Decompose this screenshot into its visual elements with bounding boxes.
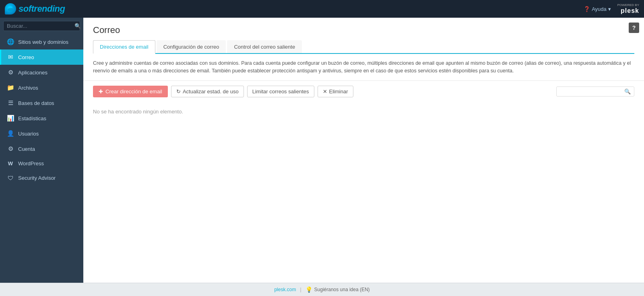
globe-icon: 🌐 [7, 38, 14, 45]
content-area: Correo ? Direcciones de email Configurac… [83, 18, 644, 283]
mail-icon: ✉ [7, 53, 14, 61]
limitar-correos-button[interactable]: Limitar correos salientes [247, 86, 314, 97]
refresh-icon: ↻ [176, 88, 181, 95]
tab-control[interactable]: Control del correo saliente [227, 40, 302, 53]
toolbar: ✚ Crear dirección de email ↻ Actualizar … [83, 81, 644, 102]
apps-icon: ⚙ [7, 69, 14, 76]
help-circle-icon: ❓ [584, 6, 590, 12]
plus-icon: ✚ [99, 88, 103, 95]
search-box: 🔍 [0, 18, 83, 34]
folder-icon: 📁 [7, 84, 14, 91]
table-search-icon: 🔍 [624, 88, 631, 95]
eliminar-button[interactable]: ✕ Eliminar [318, 86, 353, 97]
logo-text: softrending [19, 4, 65, 14]
table-search-input[interactable] [560, 88, 624, 95]
gear-icon: ⚙ [7, 145, 14, 152]
suggest-idea-link[interactable]: 💡 Sugié­ranos una idea (EN) [305, 286, 370, 293]
sidebar-item-estadisticas[interactable]: 📊 Estadísticas [0, 111, 83, 126]
sidebar-item-aplicaciones[interactable]: ⚙ Aplicaciones [0, 65, 83, 80]
search-wrap[interactable]: 🔍 [3, 21, 80, 31]
wordpress-icon: W [7, 160, 14, 166]
sidebar-item-sitios[interactable]: 🌐 Sitios web y dominios [0, 34, 83, 49]
plesk-branding: POWERED BY plesk [617, 3, 639, 15]
content-header: Correo [83, 18, 644, 35]
sidebar-item-archivos[interactable]: 📁 Archivos [0, 80, 83, 95]
logo-icon [5, 3, 16, 14]
search-icon: 🔍 [74, 23, 81, 29]
ayuda-button[interactable]: ❓ Ayuda ▾ [584, 6, 611, 12]
main-layout: 🔍 🌐 Sitios web y dominios ✉ Correo ⚙ Apl… [0, 18, 644, 283]
sidebar-item-correo[interactable]: ✉ Correo [0, 49, 83, 65]
lightbulb-icon: 💡 [305, 286, 312, 293]
tab-direcciones[interactable]: Direcciones de email [93, 40, 155, 54]
sidebar-item-security[interactable]: 🛡 Security Advisor [0, 171, 83, 185]
topbar: softrending ❓ Ayuda ▾ POWERED BY plesk [0, 0, 644, 18]
actualizar-estadisticas-button[interactable]: ↻ Actualizar estad. de uso [171, 86, 244, 97]
empty-state: No se ha encontrado ningún elemento. [83, 102, 644, 121]
crear-direccion-button[interactable]: ✚ Crear dirección de email [93, 86, 168, 97]
topbar-right: ❓ Ayuda ▾ POWERED BY plesk [584, 3, 639, 15]
logo: softrending [5, 3, 65, 14]
sidebar-item-cuenta[interactable]: ⚙ Cuenta [0, 141, 83, 156]
sidebar: 🔍 🌐 Sitios web y dominios ✉ Correo ⚙ Apl… [0, 18, 83, 283]
database-icon: ☰ [7, 99, 14, 107]
sidebar-item-bases[interactable]: ☰ Bases de datos [0, 95, 83, 111]
tabs-bar: Direcciones de email Configuración de co… [93, 40, 634, 54]
sidebar-item-wordpress[interactable]: W WordPress [0, 156, 83, 171]
page-title: Correo [93, 25, 120, 35]
sidebar-item-usuarios[interactable]: 👤 Usuarios [0, 126, 83, 141]
tab-configuracion[interactable]: Configuración de correo [157, 40, 226, 53]
table-search[interactable]: 🔍 [556, 86, 634, 97]
search-input[interactable] [7, 23, 74, 29]
page-description: Cree y administre cuentas de correo asoc… [83, 54, 644, 81]
footer: plesk.com | 💡 Sugié­ranos una idea (EN) [0, 283, 644, 296]
shield-icon: 🛡 [7, 175, 14, 181]
chevron-down-icon: ▾ [608, 6, 611, 12]
svg-point-1 [8, 8, 13, 11]
plesk-link[interactable]: plesk.com [274, 287, 296, 292]
delete-icon: ✕ [323, 88, 327, 95]
chart-icon: 📊 [7, 115, 14, 122]
user-icon: 👤 [7, 130, 14, 137]
help-button[interactable]: ? [629, 23, 639, 33]
